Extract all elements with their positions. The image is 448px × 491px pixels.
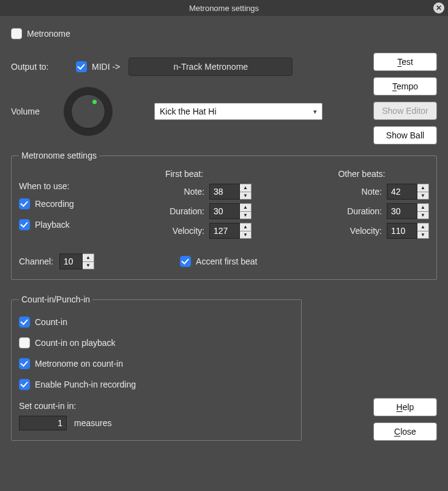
spin-down-icon: ▼ [240, 192, 251, 200]
first-note-input[interactable]: 38 [209, 184, 240, 200]
volume-label: Volume [11, 107, 55, 116]
spin-up-icon: ▲ [240, 184, 251, 192]
spin-down-icon: ▼ [83, 262, 94, 269]
spin-up-icon: ▲ [417, 184, 428, 192]
first-beat-header: First beat: [117, 169, 252, 179]
metronome-settings-group: Metronome settings When to use: Recordin… [11, 151, 437, 280]
spin-up-icon: ▲ [417, 223, 428, 231]
countin-checkbox[interactable]: Count-in [19, 317, 294, 328]
channel-label: Channel: [19, 257, 53, 266]
device-button[interactable]: n-Track Metronome [129, 58, 293, 76]
countin-legend: Count-in/Punch-in [19, 294, 92, 304]
show-editor-button: Show Editor [373, 102, 437, 120]
other-note-spinner[interactable]: ▲▼ [417, 184, 429, 200]
close-button[interactable]: Close [373, 422, 437, 441]
punchin-checkbox[interactable]: Enable Punch-in recording [19, 379, 294, 390]
playback-checkbox[interactable]: Playback [19, 219, 70, 230]
set-countin-label: Set count-in in: [19, 401, 294, 411]
other-beats-header: Other beats: [294, 169, 429, 179]
checkbox-icon [76, 61, 87, 72]
window-title: Metronome settings [189, 4, 259, 13]
title-bar: Metronome settings ✕ [0, 0, 448, 16]
checkbox-icon [19, 358, 30, 369]
channel-input[interactable]: 10 [59, 253, 83, 269]
spin-down-icon: ▼ [240, 212, 251, 219]
other-velocity-spinner[interactable]: ▲▼ [417, 223, 429, 239]
kit-select[interactable]: Kick the Hat Hi ▾ [154, 103, 323, 120]
spin-up-icon: ▲ [240, 204, 251, 212]
checkbox-icon [19, 219, 30, 230]
when-to-use-label: When to use: [19, 181, 117, 191]
other-note-input[interactable]: 42 [387, 184, 417, 200]
test-button[interactable]: Test [373, 53, 437, 71]
metronome-countin-checkbox[interactable]: Metronome on count-in [19, 358, 294, 369]
first-duration-spinner[interactable]: ▲▼ [240, 203, 252, 219]
checkbox-icon [19, 317, 30, 328]
measures-input[interactable]: 1 [19, 416, 67, 430]
tempo-button[interactable]: Tempo [373, 77, 437, 96]
checkbox-icon [19, 198, 30, 209]
metronome-enable-checkbox[interactable]: Metronome [11, 28, 70, 39]
first-velocity-spinner[interactable]: ▲▼ [240, 223, 252, 239]
checkbox-icon [180, 256, 191, 267]
spin-up-icon: ▲ [417, 204, 428, 212]
countin-playback-checkbox[interactable]: Count-in on playback [19, 337, 294, 348]
spin-down-icon: ▼ [417, 212, 428, 219]
first-note-spinner[interactable]: ▲▼ [240, 184, 252, 200]
other-velocity-input[interactable]: 110 [387, 223, 417, 239]
other-duration-spinner[interactable]: ▲▼ [417, 203, 429, 219]
knob-indicator-icon [92, 100, 97, 104]
output-to-label: Output to: [11, 62, 67, 72]
show-ball-button[interactable]: Show Ball [373, 126, 437, 144]
metronome-settings-legend: Metronome settings [19, 151, 99, 160]
spin-up-icon: ▲ [240, 223, 251, 231]
other-duration-input[interactable]: 30 [387, 203, 417, 219]
first-duration-input[interactable]: 30 [209, 203, 240, 219]
checkbox-icon [19, 379, 30, 390]
spin-down-icon: ▼ [417, 192, 428, 200]
help-button[interactable]: Help [373, 398, 437, 416]
spin-down-icon: ▼ [240, 231, 251, 239]
spin-down-icon: ▼ [417, 231, 428, 239]
midi-checkbox[interactable]: MIDI -> [76, 61, 120, 72]
checkbox-icon [19, 337, 30, 348]
checkbox-icon [11, 28, 22, 39]
first-velocity-input[interactable]: 127 [209, 223, 240, 239]
countin-group: Count-in/Punch-in Count-in Count-in on p… [11, 294, 302, 441]
recording-checkbox[interactable]: Recording [19, 198, 74, 209]
volume-knob[interactable] [64, 87, 113, 136]
accent-first-beat-checkbox[interactable]: Accent first beat [180, 256, 257, 267]
spin-up-icon: ▲ [83, 254, 94, 262]
chevron-down-icon: ▾ [313, 108, 317, 116]
measures-label: measures [74, 418, 111, 428]
channel-spinner[interactable]: ▲▼ [83, 253, 94, 269]
close-icon[interactable]: ✕ [433, 2, 444, 13]
